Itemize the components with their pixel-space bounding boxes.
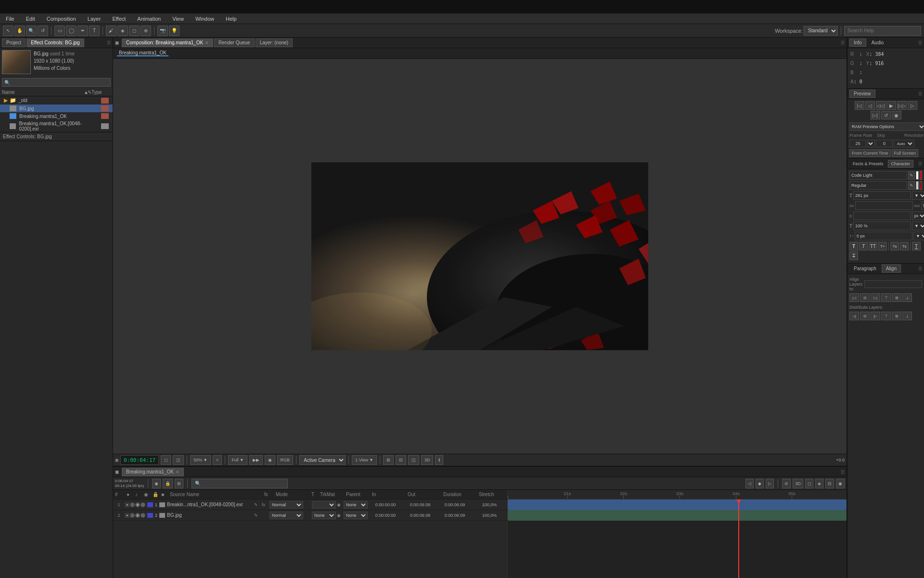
timeline-motion-blur[interactable]: ⊘ xyxy=(782,479,791,488)
list-item[interactable]: ▶ 📁 _old xyxy=(0,96,113,105)
baseline-unit[interactable]: ▼ xyxy=(913,232,924,240)
viewer-resolution-btn[interactable]: ◻ xyxy=(161,455,171,465)
layer-2-edit-icon[interactable]: ✎ xyxy=(254,513,261,518)
align-bottom-btn[interactable]: ⊥ xyxy=(902,293,912,302)
menu-view[interactable]: View xyxy=(170,15,186,23)
fmt-bold-btn[interactable]: T xyxy=(849,242,858,250)
fmt-italic-btn[interactable]: T xyxy=(859,242,868,250)
distribute-top-btn[interactable]: ⊤ xyxy=(881,312,891,320)
timeline-panel-menu[interactable]: ☰ xyxy=(841,470,845,474)
tool-pen[interactable]: ✒ xyxy=(77,26,88,36)
fill-swatch-2[interactable] xyxy=(920,181,923,190)
list-item[interactable]: Breaking.mantra1_OK.[0048-0200].exr xyxy=(0,120,113,132)
fmt-smallcaps-btn[interactable]: T+ xyxy=(878,242,887,250)
menu-help[interactable]: Help xyxy=(224,15,239,23)
layer-1-lock[interactable]: ◻ xyxy=(141,502,145,507)
menu-animation[interactable]: Animation xyxy=(135,15,163,23)
preview-last-btn[interactable]: ▷| xyxy=(871,111,880,119)
paragraph-tab[interactable]: Paragraph xyxy=(849,264,881,273)
timeline-render-mode[interactable]: ◻ xyxy=(805,479,813,488)
from-current-time-btn[interactable]: From Current Time xyxy=(849,149,891,157)
layer-2-trkmat[interactable]: None xyxy=(312,512,336,519)
info-panel-menu[interactable]: ☰ xyxy=(918,40,922,45)
fmt-allcaps-btn[interactable]: TT xyxy=(869,242,877,250)
timeline-keyframe-nav-next[interactable]: ▷ xyxy=(766,479,774,488)
layer-1-audio[interactable]: ♪ xyxy=(130,502,135,507)
viewer-3d-btn[interactable]: 3D xyxy=(421,455,434,465)
audio-tab[interactable]: Audio xyxy=(867,39,888,47)
tool-zoom[interactable]: 🔍 xyxy=(26,26,37,36)
distribute-center-v-btn[interactable]: ⊞ xyxy=(892,312,901,320)
tool-clone[interactable]: ◈ xyxy=(117,26,128,36)
viewer-grid-btn[interactable]: ⊟ xyxy=(396,455,406,465)
timeline-labels-btn[interactable]: ⊞ xyxy=(175,479,183,488)
tool-rotate[interactable]: ↺ xyxy=(38,26,48,36)
viewer-snap-btn[interactable]: ⌗ xyxy=(213,455,222,465)
skip-input[interactable] xyxy=(876,140,893,147)
distribute-right-btn[interactable]: |▷ xyxy=(871,312,880,320)
align-to-input[interactable] xyxy=(864,280,922,288)
hscale-unit[interactable]: ▼ xyxy=(912,222,924,230)
preview-prev-frame-btn[interactable]: ◁ xyxy=(865,101,875,110)
menu-file[interactable]: File xyxy=(4,15,16,23)
distribute-center-h-btn[interactable]: ⊟ xyxy=(860,312,870,320)
layer-1-edit-icon[interactable]: ✎ xyxy=(254,502,261,507)
tool-text[interactable]: T xyxy=(89,26,100,36)
project-tab[interactable]: Project xyxy=(2,39,26,47)
frame-rate-unit[interactable]: ▼ xyxy=(867,140,875,147)
preview-next-frame-btn[interactable]: ▷ xyxy=(908,101,917,110)
font-name-input[interactable] xyxy=(849,171,907,180)
fmt-sup-btn[interactable]: Ta xyxy=(890,242,899,250)
panel-menu-icon[interactable]: ☰ xyxy=(107,40,111,45)
align-center-v-btn[interactable]: ⊞ xyxy=(892,293,901,302)
viewer-quality-btn[interactable]: Full ▼ xyxy=(228,455,247,465)
search-help-input[interactable] xyxy=(844,26,921,36)
fmt-strike-btn[interactable]: T xyxy=(849,251,858,260)
baseline-input[interactable] xyxy=(855,232,912,240)
tool-light[interactable]: 💡 xyxy=(169,26,180,36)
viewer-overlay-btn[interactable]: ⊞ xyxy=(383,455,394,465)
menu-composition[interactable]: Composition xyxy=(45,15,78,23)
align-left-btn[interactable]: |◁ xyxy=(849,293,859,302)
menu-effect[interactable]: Effect xyxy=(110,15,128,23)
viewer-channel[interactable]: RGB xyxy=(277,455,294,465)
viewer-zoom-btn[interactable]: 50% ▼ xyxy=(190,455,211,465)
tool-ellipse[interactable]: ◯ xyxy=(66,26,77,36)
preview-play-btn[interactable]: ▶ xyxy=(886,101,896,110)
viewer-views-btn[interactable]: 1 View ▼ xyxy=(352,455,377,465)
font-edit-btn[interactable]: ✎ xyxy=(908,171,915,180)
text-color-swatch[interactable] xyxy=(916,171,919,180)
timeline-keyframe-nav-prev[interactable]: ◁ xyxy=(745,479,754,488)
layer-2-parent[interactable]: None xyxy=(344,512,368,519)
timeline-tab-main[interactable]: Breaking.mantra1_OK ✕ xyxy=(122,468,184,476)
layer-1-mode[interactable]: Normal xyxy=(270,501,303,509)
layer-1-visibility[interactable]: ● xyxy=(125,502,129,507)
layer-2-lock[interactable]: ◻ xyxy=(141,513,145,518)
tool-camera[interactable]: 📷 xyxy=(157,26,168,36)
size-unit-select[interactable]: ▼ xyxy=(912,191,924,200)
preview-ram-btn[interactable]: ◉ xyxy=(892,111,901,119)
menu-edit[interactable]: Edit xyxy=(24,15,37,23)
align-right-btn[interactable]: ▷| xyxy=(871,293,880,302)
preview-loop-btn[interactable]: ↺ xyxy=(881,111,891,119)
layer-tab[interactable]: Layer: (none) xyxy=(256,39,293,47)
preview-type-select[interactable]: RAM Preview Options xyxy=(849,122,924,131)
viewer-timecode[interactable]: 0:00:04:17 xyxy=(120,455,159,465)
tool-puppet[interactable]: ⊕ xyxy=(141,26,151,36)
preview-tab[interactable]: Preview xyxy=(849,90,875,98)
fx-panel-menu[interactable]: ☰ xyxy=(918,161,922,166)
preview-panel-menu[interactable]: ☰ xyxy=(918,92,922,96)
viewer-safe-btn[interactable]: ◫ xyxy=(408,455,419,465)
workspace-select[interactable]: Standard xyxy=(804,26,838,36)
fx-effects-tab[interactable]: Fects & Presets xyxy=(849,160,887,168)
comp-panel-menu[interactable]: ☰ xyxy=(841,40,845,45)
layer-2-visibility[interactable]: ● xyxy=(125,513,129,518)
viewer-info-btn[interactable]: ℹ xyxy=(435,455,443,465)
tool-hand[interactable]: ✋ xyxy=(14,26,25,36)
info-tab[interactable]: Info xyxy=(849,39,866,47)
menu-layer[interactable]: Layer xyxy=(86,15,103,23)
timeline-tab-close[interactable]: ✕ xyxy=(176,470,180,474)
layer-1-solo[interactable]: ◉ xyxy=(135,502,140,507)
comp-tab-close[interactable]: ✕ xyxy=(205,40,209,45)
viewer-camera-select[interactable]: Active Camera xyxy=(299,455,346,465)
